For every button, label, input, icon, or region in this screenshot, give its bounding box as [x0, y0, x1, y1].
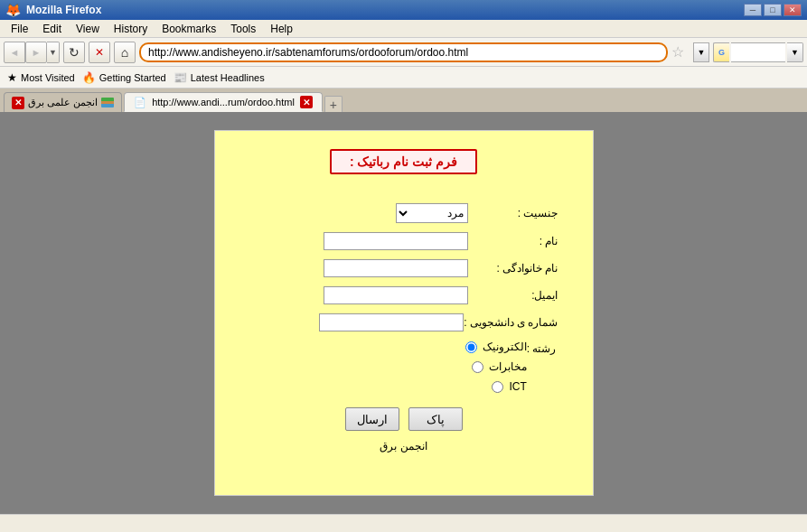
bookmark-getting-started-label: Getting Started: [99, 72, 166, 83]
registration-form: فرم ثبت نام رباتیک : جنسیت : مرد نام : ن…: [214, 130, 594, 496]
url-input[interactable]: [139, 42, 668, 62]
home-button[interactable]: ⌂: [114, 42, 136, 63]
form-buttons: ارسال پاک: [242, 407, 566, 431]
name-row: نام :: [242, 232, 566, 250]
form-title-wrapper: فرم ثبت نام رباتیک :: [242, 149, 566, 189]
gender-row: جنسیت : مرد: [242, 203, 566, 223]
electronics-label: الکترونیک: [483, 341, 527, 353]
stop-button[interactable]: ✕: [89, 42, 110, 63]
student-id-input[interactable]: [319, 313, 464, 331]
form-footer-text: انجمن برق: [380, 440, 427, 453]
ict-label: ICT: [509, 380, 526, 393]
title-bar: 🦊 Mozilla Firefox ─ □ ✕: [0, 0, 807, 20]
tab-1[interactable]: انجمن علمی برق ✕: [4, 92, 122, 112]
search-input[interactable]: [731, 42, 785, 62]
telecom-radio[interactable]: [472, 361, 483, 373]
back-button[interactable]: ◄: [4, 42, 25, 63]
window-title: Mozilla Firefox: [26, 4, 101, 16]
bookmark-star-button[interactable]: ☆: [671, 43, 690, 61]
back-forward-group: ◄ ► ▼: [4, 42, 60, 63]
bookmark-getting-started[interactable]: 🔥 Getting Started: [82, 71, 166, 84]
menu-edit[interactable]: Edit: [35, 21, 69, 37]
ict-radio[interactable]: [492, 381, 503, 393]
electronics-radio[interactable]: [465, 341, 477, 353]
bookmark-latest-headlines[interactable]: 📰 Latest Headlines: [174, 71, 265, 84]
forward-button[interactable]: ►: [25, 42, 47, 63]
menu-history[interactable]: History: [107, 21, 155, 37]
menu-bookmarks[interactable]: Bookmarks: [155, 21, 223, 37]
clear-button[interactable]: پاک: [408, 407, 463, 431]
refresh-button[interactable]: ↻: [63, 42, 85, 63]
major-option-electronics[interactable]: الکترونیک: [465, 341, 527, 353]
telecom-label: مخابرات: [489, 360, 527, 373]
tab-2-close-button[interactable]: ✕: [300, 96, 313, 108]
latest-headlines-icon: 📰: [174, 71, 187, 84]
student-id-label: شماره ی دانشجویی :: [464, 316, 558, 329]
menu-help[interactable]: Help: [263, 21, 300, 37]
content-area: فرم ثبت نام رباتیک : جنسیت : مرد نام : ن…: [0, 112, 807, 514]
status-bar: [0, 514, 807, 532]
menu-view[interactable]: View: [69, 21, 107, 37]
major-label: رشته :: [527, 341, 557, 393]
form-title: فرم ثبت نام رباتیک :: [330, 149, 477, 174]
bookmark-most-visited-label: Most Visited: [21, 72, 75, 83]
email-label: ایمیل:: [468, 289, 558, 302]
maximize-button[interactable]: □: [764, 4, 782, 16]
new-tab-button[interactable]: +: [324, 96, 343, 112]
tabs-bar: انجمن علمی برق ✕ 📄 http://www.andi...rum…: [0, 89, 807, 112]
menu-file[interactable]: File: [4, 21, 35, 37]
tab-2-label: http://www.andi...rum/ordoo.html: [152, 97, 295, 107]
name-label: نام :: [468, 235, 558, 247]
email-row: ایمیل:: [242, 286, 566, 304]
search-engine-icon: G: [713, 42, 729, 62]
google-icon: G: [718, 48, 725, 57]
navigation-bar: ◄ ► ▼ ↻ ✕ ⌂ ☆ ▼ G ▼: [0, 38, 807, 67]
family-label: نام خانوادگی :: [468, 262, 558, 275]
gender-select[interactable]: مرد: [396, 203, 468, 223]
bookmark-most-visited[interactable]: ★ Most Visited: [7, 71, 75, 84]
major-section: رشته : الکترونیک مخابرات ICT: [242, 341, 566, 393]
tab-1-icon: [101, 98, 114, 107]
tab-1-close-button[interactable]: ✕: [12, 97, 24, 109]
history-dropdown-button[interactable]: ▼: [47, 42, 60, 63]
family-input[interactable]: [324, 259, 468, 277]
window-controls: ─ □ ✕: [744, 4, 802, 16]
search-go-button[interactable]: ▼: [787, 42, 803, 62]
name-input[interactable]: [324, 232, 468, 250]
firefox-icon: 🦊: [5, 3, 21, 17]
family-row: نام خانوادگی :: [242, 259, 566, 277]
bookmarks-bar: ★ Most Visited 🔥 Getting Started 📰 Lates…: [0, 67, 807, 89]
menu-tools[interactable]: Tools: [223, 21, 263, 37]
tab-1-label: انجمن علمی برق: [28, 97, 98, 108]
close-button[interactable]: ✕: [784, 4, 802, 16]
major-option-ict[interactable]: ICT: [465, 380, 527, 393]
minimize-button[interactable]: ─: [744, 4, 762, 16]
getting-started-icon: 🔥: [82, 71, 96, 84]
tab-2[interactable]: 📄 http://www.andi...rum/ordoo.html ✕: [124, 92, 323, 112]
email-input[interactable]: [324, 286, 468, 304]
form-footer: انجمن برق: [242, 440, 566, 453]
student-id-row: شماره ی دانشجویی :: [242, 313, 566, 331]
gender-label: جنسیت :: [468, 207, 558, 219]
search-container: G ▼: [713, 42, 803, 62]
menu-bar: File Edit View History Bookmarks Tools H…: [0, 20, 807, 38]
browser-window: 🦊 Mozilla Firefox ─ □ ✕ File Edit View H…: [0, 0, 807, 532]
tab-2-icon: 📄: [134, 97, 146, 108]
url-dropdown-button[interactable]: ▼: [693, 42, 709, 62]
major-radio-group: الکترونیک مخابرات ICT: [465, 341, 527, 393]
major-option-telecom[interactable]: مخابرات: [465, 360, 527, 373]
most-visited-icon: ★: [7, 71, 17, 84]
submit-button[interactable]: ارسال: [345, 407, 399, 431]
url-bar-container: ☆ ▼: [139, 42, 709, 62]
bookmark-latest-headlines-label: Latest Headlines: [191, 72, 265, 83]
